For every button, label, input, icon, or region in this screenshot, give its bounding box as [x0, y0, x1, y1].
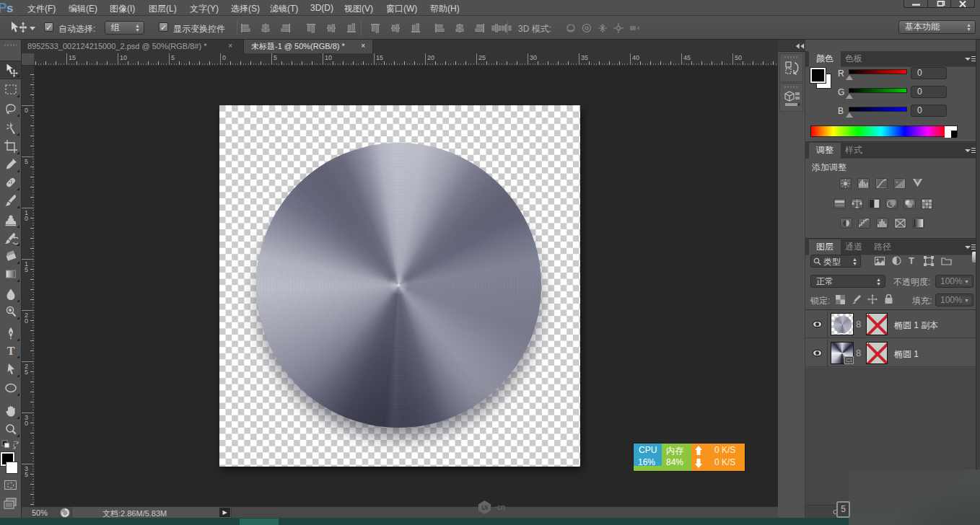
- svg-text:T: T: [6, 345, 14, 357]
- svg-text:-: -: [901, 184, 902, 188]
- svg-text:+: +: [896, 180, 898, 184]
- svg-text:UI: UI: [481, 504, 488, 511]
- svg-text:s: s: [6, 1, 13, 15]
